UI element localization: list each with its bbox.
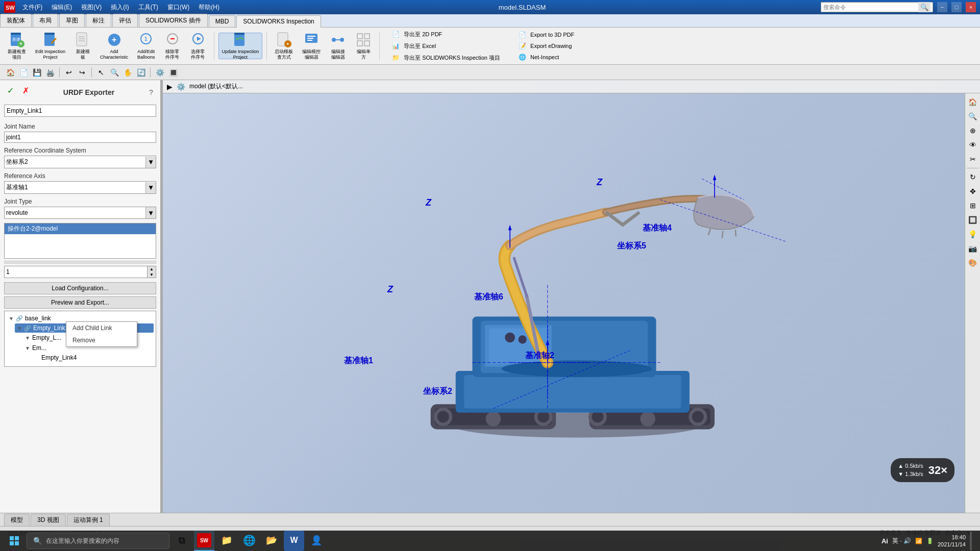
taskbar-folder-app[interactable]: 📂	[261, 531, 282, 551]
remove-seq-button[interactable]: 移除零件序号	[161, 33, 184, 59]
tab-model[interactable]: 模型	[4, 514, 30, 526]
tree-expand-icon[interactable]: ▶	[167, 83, 173, 91]
command-search-button[interactable]: 🔍	[918, 2, 930, 12]
update-inspection-project-button[interactable]: Update InspectionProject	[218, 33, 263, 59]
menu-help[interactable]: 帮助(H)	[194, 2, 224, 13]
redo-button[interactable]: ↪	[76, 66, 88, 79]
minimize-button[interactable]: −	[937, 2, 947, 12]
joint-type-dropdown-button[interactable]: ▼	[145, 207, 156, 218]
menu-window[interactable]: 窗口(W)	[163, 2, 193, 13]
menu-file[interactable]: 文件(F)	[18, 2, 46, 13]
load-configuration-button[interactable]: Load Configuration...	[4, 282, 156, 294]
tab-motion-study[interactable]: 运动算例 1	[67, 514, 110, 526]
rs-zoom-button[interactable]: 🔍	[966, 110, 979, 123]
link-name-input[interactable]	[4, 105, 156, 117]
tab-layout[interactable]: 布局	[33, 14, 58, 27]
edit-inspection-project-button[interactable]: Edit InspectionProject	[32, 33, 69, 59]
panel-resize-handle[interactable]	[4, 261, 156, 264]
export-edrawing-item[interactable]: 📝 Export eDrawing	[514, 41, 578, 51]
save-button[interactable]: 💾	[31, 66, 43, 79]
export-excel-item[interactable]: 📊 导出至 Excel	[388, 41, 504, 52]
tree-node-empty-link4-content[interactable]: Empty_Link4	[31, 353, 154, 362]
export-2d-pdf-item[interactable]: 📄 导出至 2D PDF	[388, 29, 504, 40]
component-list-item-0[interactable]: 操作台2-2@model	[5, 223, 156, 234]
add-edit-balloons-button[interactable]: 1 Add/EditBalloons	[134, 33, 159, 59]
maximize-button[interactable]: □	[951, 2, 962, 12]
rs-section-button[interactable]: ✂	[966, 153, 979, 166]
ref-axis-dropdown-button[interactable]: ▼	[145, 182, 156, 193]
edit-cells-button[interactable]: 编辑单方	[352, 33, 375, 59]
net-inspect-item[interactable]: 🌐 Net-Inspect	[514, 52, 578, 62]
spinner-down-button[interactable]: ▼	[148, 272, 156, 278]
start-button[interactable]	[4, 531, 24, 551]
undo-button[interactable]: ↩	[63, 66, 75, 79]
menu-tools[interactable]: 工具(T)	[134, 2, 162, 13]
options-button[interactable]: 🔳	[167, 66, 179, 79]
urdf-help-button[interactable]: ?	[146, 87, 156, 97]
taskbar-search-bar[interactable]: 🔍 在这里输入你要搜索的内容	[27, 533, 169, 549]
component-list[interactable]: 操作台2-2@model	[4, 223, 156, 259]
zoom-button[interactable]: 🔍	[108, 66, 120, 79]
close-button[interactable]: ×	[966, 2, 976, 12]
taskbar-explorer-app[interactable]: 📁	[216, 531, 237, 551]
edit-connections-button[interactable]: 编辑接编辑器	[326, 33, 350, 59]
counter-spinner[interactable]: ▲ ▼	[4, 266, 156, 278]
rs-appearance-button[interactable]: 🎨	[966, 256, 979, 269]
rs-display-button[interactable]: 🔲	[966, 213, 979, 227]
component-list-empty[interactable]	[5, 234, 156, 259]
pan-button[interactable]: ✋	[121, 66, 134, 79]
add-characteristic-button[interactable]: + AddCharacteristic	[96, 33, 132, 59]
new-doc-button[interactable]: 📄	[17, 66, 30, 79]
tab-sketch[interactable]: 草图	[59, 14, 85, 27]
tab-sw-inspection[interactable]: SOLIDWORKS Inspection	[236, 15, 321, 28]
menu-insert[interactable]: 插入(I)	[107, 2, 133, 13]
add-child-link-item[interactable]: Add Child Link	[66, 322, 137, 334]
rs-rotate-button[interactable]: ↻	[966, 170, 979, 184]
tab-annotation[interactable]: 标注	[86, 14, 111, 27]
tab-mbd[interactable]: MBD	[209, 15, 236, 27]
tab-sw-plugin[interactable]: SOLIDWORKS 插件	[139, 14, 208, 27]
tab-3d-view[interactable]: 3D 视图	[31, 514, 66, 526]
rotate-button[interactable]: 🔄	[135, 66, 147, 79]
rs-view-button[interactable]: 👁	[966, 138, 979, 152]
taskbar-word-app[interactable]: W	[284, 531, 304, 551]
edit-template-editor-button[interactable]: 编辑模控编辑器	[299, 33, 324, 59]
new-template-button[interactable]: 新建模板	[71, 33, 94, 59]
launch-template-button[interactable]: 启动模板查方式	[271, 33, 297, 59]
tab-evaluate[interactable]: 评估	[112, 14, 138, 27]
export-sw-inspection-item[interactable]: 📁 导出至 SOLIDWORKS Inspection 项目	[388, 53, 504, 63]
system-clock[interactable]: 18:40 2021/11/14	[938, 534, 966, 548]
confirm-button[interactable]: ✓	[4, 84, 16, 96]
settings-button[interactable]: ⚙️	[154, 66, 166, 79]
cursor-button[interactable]: ↖	[95, 66, 107, 79]
counter-input[interactable]	[5, 266, 147, 278]
menu-edit[interactable]: 编辑(E)	[47, 2, 76, 13]
command-search-input[interactable]	[821, 4, 918, 10]
rs-pan-button[interactable]: ✥	[966, 185, 979, 198]
viewport[interactable]: ▶ ⚙️ model (默认<默认...	[163, 80, 980, 513]
spinner-up-button[interactable]: ▲	[148, 266, 156, 272]
remove-item[interactable]: Remove	[66, 334, 137, 346]
home-button[interactable]: 🏠	[4, 66, 16, 79]
rs-drag-button[interactable]: ⊞	[966, 199, 979, 212]
print-button[interactable]: 🖨️	[44, 66, 56, 79]
taskbar-task-view[interactable]: ⧉	[172, 531, 192, 551]
ref-coord-dropdown-button[interactable]: ▼	[145, 157, 156, 168]
show-desktop-button[interactable]	[970, 532, 972, 550]
taskbar-user-app[interactable]: 👤	[306, 531, 327, 551]
select-seq-button[interactable]: 选择零件序号	[186, 33, 210, 59]
cancel-button[interactable]: ✗	[19, 84, 32, 96]
menu-view[interactable]: 视图(V)	[77, 2, 106, 13]
taskbar-solidworks-app[interactable]: SW	[194, 531, 214, 551]
rs-fit-button[interactable]: ⊕	[966, 124, 979, 137]
taskbar-edge-app[interactable]: 🌐	[239, 531, 259, 551]
rs-light-button[interactable]: 💡	[966, 228, 979, 241]
joint-name-input[interactable]	[4, 132, 156, 143]
export-3d-pdf-item[interactable]: 📄 Export to 3D PDF	[514, 30, 578, 40]
rs-home-button[interactable]: 🏠	[966, 95, 979, 109]
command-search-bar[interactable]: 🔍	[821, 2, 933, 12]
new-inspection-project-button[interactable]: 新建 + 新建检查项目	[4, 33, 30, 59]
preview-export-button[interactable]: Preview and Export...	[4, 296, 156, 309]
tab-assembly[interactable]: 装配体	[0, 14, 32, 27]
rs-camera-button[interactable]: 📷	[966, 242, 979, 255]
